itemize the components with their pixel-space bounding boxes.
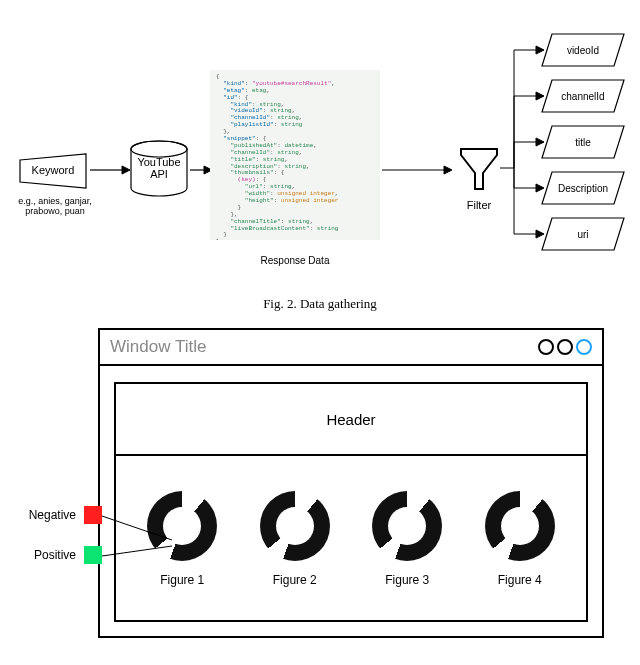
figures-row: Figure 1Figure 2Figure 3Figure 4 [116, 458, 586, 620]
arrow-keyword-api [90, 164, 130, 176]
figure-label: Figure 3 [372, 573, 442, 587]
node-youtube-api: YouTube API [128, 140, 190, 198]
output-column: videoIdchannelIdtitleDescriptionuri [540, 32, 626, 262]
legend-label-positive: Positive [34, 548, 76, 562]
arrow-filter-outputs [500, 40, 544, 266]
legend: Negative Positive [0, 506, 102, 586]
donut-chart-icon [372, 491, 442, 561]
output-channelid: channelId [540, 78, 626, 114]
legend-row-positive: Positive [0, 546, 102, 564]
svg-line-32 [102, 546, 172, 556]
filter-label: Filter [454, 199, 504, 211]
window-control-circle [557, 339, 573, 355]
figure-caption: Fig. 2. Data gathering [0, 296, 640, 312]
legend-label-negative: Negative [29, 508, 76, 522]
node-keyword: Keyword [18, 152, 88, 190]
output-uri: uri [540, 216, 626, 252]
swatch-negative [84, 506, 102, 524]
svg-line-31 [102, 516, 172, 540]
figure-4: Figure 4 [485, 491, 555, 587]
wireframe-container: Window Title Header Figure 1Figure 2Figu… [98, 328, 604, 638]
header-section: Header [116, 384, 586, 456]
donut-chart-icon [485, 491, 555, 561]
output-label: channelId [540, 78, 626, 114]
output-label: Description [540, 170, 626, 206]
funnel-icon [457, 145, 501, 195]
window-frame: Window Title Header Figure 1Figure 2Figu… [98, 328, 604, 638]
svg-marker-8 [444, 166, 452, 174]
window-body: Header Figure 1Figure 2Figure 3Figure 4 [114, 382, 588, 622]
data-gathering-diagram: Keyword e.g., anies, ganjar, prabowo, pu… [0, 0, 640, 310]
legend-row-negative: Negative [0, 506, 102, 524]
window-title: Window Title [110, 337, 206, 357]
arrow-api-response [190, 164, 212, 176]
output-label: videoId [540, 32, 626, 68]
figure-2: Figure 2 [260, 491, 330, 587]
window-controls [538, 339, 592, 355]
output-description: Description [540, 170, 626, 206]
arrow-response-filter [382, 164, 452, 176]
keyword-examples: e.g., anies, ganjar, prabowo, puan [0, 196, 110, 216]
output-label: uri [540, 216, 626, 252]
swatch-positive [84, 546, 102, 564]
node-filter: Filter [454, 145, 504, 195]
output-label: title [540, 124, 626, 160]
response-code-block: { "kind": "youtube#searchResult", "etag"… [210, 70, 380, 240]
header-text: Header [326, 411, 375, 428]
window-control-circle [576, 339, 592, 355]
legend-pointer-lines [102, 506, 178, 576]
keyword-label: Keyword [18, 164, 88, 176]
figure-3: Figure 3 [372, 491, 442, 587]
response-label: Response Data [210, 255, 380, 266]
output-videoid: videoId [540, 32, 626, 68]
window-control-circle [538, 339, 554, 355]
donut-chart-icon [260, 491, 330, 561]
api-label: YouTube API [128, 156, 190, 180]
figure-label: Figure 4 [485, 573, 555, 587]
title-bar: Window Title [100, 330, 602, 366]
output-title: title [540, 124, 626, 160]
figure-label: Figure 2 [260, 573, 330, 587]
